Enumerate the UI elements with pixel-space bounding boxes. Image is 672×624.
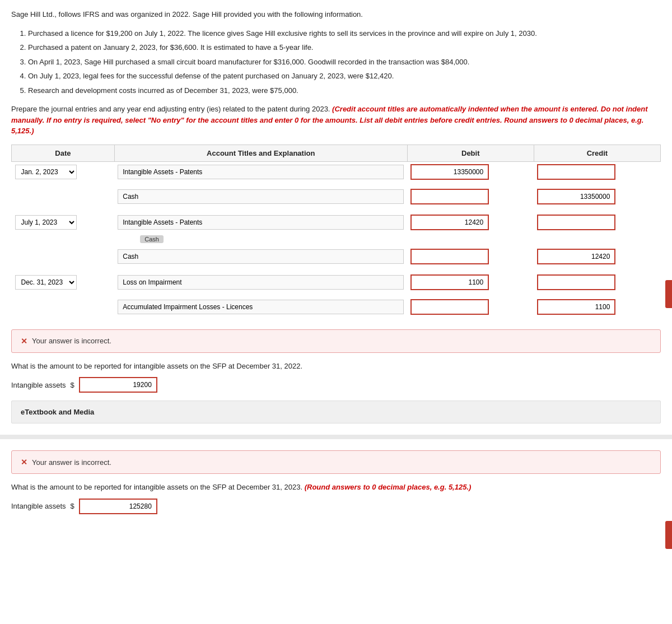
debit-cell-2[interactable] bbox=[407, 187, 534, 207]
debit-input-6[interactable] bbox=[410, 299, 489, 315]
table-row bbox=[12, 246, 661, 267]
credit-input-5[interactable] bbox=[537, 274, 615, 290]
error-box-1: ✕ Your answer is incorrect. bbox=[11, 329, 661, 353]
table-row: Dec. 31, 2023 bbox=[12, 272, 661, 292]
dollar-sign-2: $ bbox=[71, 502, 74, 510]
credit-cell-5[interactable] bbox=[534, 272, 660, 292]
account-cell-6[interactable] bbox=[114, 297, 407, 317]
debit-input-5[interactable] bbox=[410, 274, 489, 290]
section-divider bbox=[0, 435, 672, 439]
col-header-debit: Debit bbox=[407, 145, 534, 161]
col-header-date: Date bbox=[12, 145, 115, 161]
intangible-assets-label-1: Intangible assets bbox=[11, 381, 66, 389]
debit-input-2[interactable] bbox=[410, 189, 489, 204]
question-section-1: What is the amount to be reported for in… bbox=[11, 361, 661, 393]
right-accent-1 bbox=[665, 280, 672, 308]
question-text-1: What is the amount to be reported for in… bbox=[11, 361, 661, 372]
intangible-assets-input-1[interactable] bbox=[79, 377, 157, 393]
answer-row-2: Intangible assets $ bbox=[11, 499, 661, 514]
debit-input-4[interactable] bbox=[410, 249, 489, 264]
credit-input-6[interactable] bbox=[537, 299, 615, 315]
debit-cell-6[interactable] bbox=[407, 297, 534, 317]
table-row: July 1, 2023 bbox=[12, 212, 661, 232]
error-message-1: Your answer is incorrect. bbox=[32, 337, 111, 345]
credit-cell-4[interactable] bbox=[534, 246, 660, 267]
question-text-2: What is the amount to be reported for in… bbox=[11, 482, 661, 493]
row-spacer bbox=[12, 267, 661, 272]
cash-tooltip-badge: Cash bbox=[140, 235, 164, 243]
date-cell-2 bbox=[12, 187, 115, 207]
row-spacer bbox=[12, 207, 661, 212]
question-text-2-main: What is the amount to be reported for in… bbox=[11, 483, 302, 491]
date-cell-6 bbox=[12, 297, 115, 317]
items-list: Purchased a licence for $19,200 on July … bbox=[28, 28, 661, 96]
debit-input-3[interactable] bbox=[410, 215, 489, 230]
list-item: Purchased a licence for $19,200 on July … bbox=[28, 28, 661, 39]
error-message-2: Your answer is incorrect. bbox=[32, 458, 111, 467]
answer-row-1: Intangible assets $ bbox=[11, 377, 661, 393]
instruction-prefix: Prepare the journal entries and any year… bbox=[11, 105, 330, 113]
debit-cell-3[interactable] bbox=[407, 212, 534, 232]
list-item: Research and development costs incurred … bbox=[28, 85, 661, 96]
intangible-assets-input-2[interactable] bbox=[79, 499, 157, 514]
row-spacer bbox=[12, 292, 661, 297]
col-header-credit: Credit bbox=[534, 145, 660, 161]
row-spacer bbox=[12, 317, 661, 322]
col-header-account: Account Titles and Explanation bbox=[114, 145, 407, 161]
account-input-1[interactable] bbox=[118, 165, 404, 179]
row-spacer bbox=[12, 182, 661, 187]
journal-table: Date Account Titles and Explanation Debi… bbox=[11, 145, 661, 322]
date-select-5[interactable]: Dec. 31, 2023 bbox=[15, 275, 77, 290]
credit-cell-2[interactable] bbox=[534, 187, 660, 207]
table-row: Jan. 2, 2023 bbox=[12, 161, 661, 182]
date-cell-1[interactable]: Jan. 2, 2023 bbox=[12, 161, 115, 182]
credit-input-1[interactable] bbox=[537, 164, 615, 180]
account-cell-1[interactable] bbox=[114, 161, 407, 182]
account-input-4[interactable] bbox=[118, 249, 404, 264]
credit-input-3[interactable] bbox=[537, 215, 615, 230]
account-input-5[interactable] bbox=[118, 275, 404, 290]
error-box-2: ✕ Your answer is incorrect. bbox=[11, 450, 661, 474]
credit-cell-1[interactable] bbox=[534, 161, 660, 182]
account-cell-2[interactable] bbox=[114, 187, 407, 207]
error-icon-2: ✕ bbox=[21, 458, 27, 467]
dollar-sign-1: $ bbox=[71, 381, 74, 389]
account-input-2[interactable] bbox=[118, 189, 404, 204]
credit-input-2[interactable] bbox=[537, 189, 615, 204]
list-item: On July 1, 2023, legal fees for the succ… bbox=[28, 71, 661, 82]
right-accent-2 bbox=[665, 521, 672, 531]
list-item: On April 1, 2023, Sage Hill purchased a … bbox=[28, 57, 661, 68]
account-input-6[interactable] bbox=[118, 300, 404, 314]
date-cell-3[interactable]: July 1, 2023 bbox=[12, 212, 115, 232]
date-select-3[interactable]: July 1, 2023 bbox=[15, 215, 77, 230]
debit-input-1[interactable] bbox=[410, 164, 489, 180]
instruction-block: Prepare the journal entries and any year… bbox=[11, 104, 661, 137]
etextbook-bar: eTextbook and Media bbox=[11, 401, 661, 423]
intangible-assets-label-2: Intangible assets bbox=[11, 502, 66, 510]
credit-cell-6[interactable] bbox=[534, 297, 660, 317]
question-section-2: What is the amount to be reported for in… bbox=[11, 482, 661, 514]
date-select-1[interactable]: Jan. 2, 2023 bbox=[15, 165, 77, 179]
debit-cell-1[interactable] bbox=[407, 161, 534, 182]
intro-text: Sage Hill Ltd., follows IFRS and was org… bbox=[11, 9, 661, 20]
table-row bbox=[12, 297, 661, 317]
debit-cell-4[interactable] bbox=[407, 246, 534, 267]
date-cell-4 bbox=[12, 246, 115, 267]
credit-input-4[interactable] bbox=[537, 249, 615, 264]
account-cell-3[interactable] bbox=[114, 212, 407, 232]
question-text-2-note: (Round answers to 0 decimal places, e.g.… bbox=[305, 483, 472, 491]
credit-cell-3[interactable] bbox=[534, 212, 660, 232]
account-cell-5[interactable] bbox=[114, 272, 407, 292]
date-cell-5[interactable]: Dec. 31, 2023 bbox=[12, 272, 115, 292]
debit-cell-5[interactable] bbox=[407, 272, 534, 292]
tooltip-row: Cash bbox=[12, 232, 661, 246]
table-row bbox=[12, 187, 661, 207]
list-item: Purchased a patent on January 2, 2023, f… bbox=[28, 42, 661, 53]
account-cell-4[interactable] bbox=[114, 246, 407, 267]
error-icon-1: ✕ bbox=[21, 337, 27, 346]
account-input-3[interactable] bbox=[118, 215, 404, 230]
